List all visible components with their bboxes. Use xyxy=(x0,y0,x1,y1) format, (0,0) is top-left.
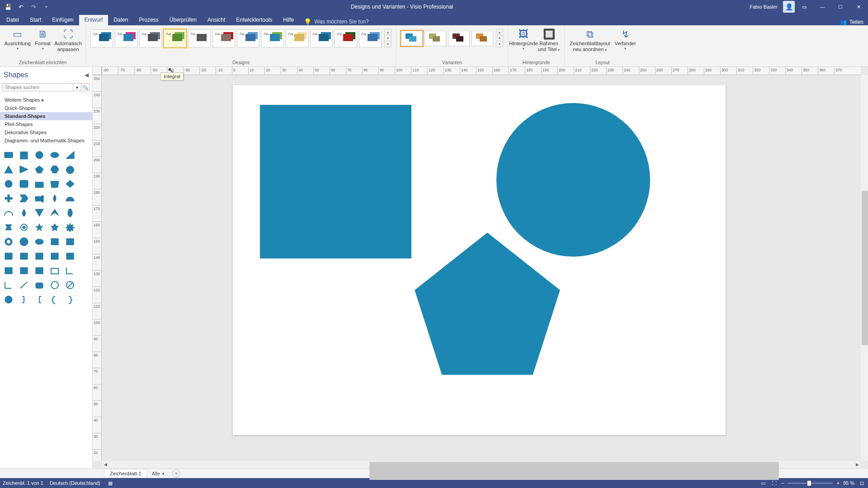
tab-start[interactable]: Start xyxy=(24,15,47,25)
shape-palette-item[interactable] xyxy=(49,164,61,174)
shape-palette-item[interactable] xyxy=(18,295,30,305)
orientation-button[interactable]: ▭ Ausrichtung ▾ xyxy=(5,27,30,51)
shape-palette-item[interactable] xyxy=(64,179,76,189)
shape-palette-item[interactable] xyxy=(49,222,61,232)
qat-dropdown-icon[interactable]: ▾ xyxy=(41,1,52,12)
shape-palette-item[interactable] xyxy=(18,164,30,174)
shape-square[interactable] xyxy=(260,105,411,258)
shape-palette-item[interactable] xyxy=(33,280,45,290)
shape-palette-item[interactable] xyxy=(3,179,14,189)
scroll-left-icon[interactable]: ◀ xyxy=(102,461,109,468)
design-thumb-0[interactable]: Aa xyxy=(90,29,113,47)
sheet-all-button[interactable]: Alle ▲ xyxy=(147,469,170,478)
new-sheet-button[interactable]: + xyxy=(172,469,180,478)
shape-palette-item[interactable] xyxy=(64,222,76,232)
undo-icon[interactable]: ↶ xyxy=(15,1,26,12)
design-thumb-8[interactable]: Aa xyxy=(286,29,308,47)
design-thumb-1[interactable]: Aa xyxy=(115,29,137,47)
shape-palette-item[interactable] xyxy=(3,150,14,160)
gallery-spinner[interactable]: ▴▾▾ xyxy=(384,29,392,47)
shape-palette-item[interactable] xyxy=(3,164,14,174)
tab-einfuegen[interactable]: Einfügen xyxy=(47,15,79,25)
design-thumb-7[interactable]: Aa xyxy=(261,29,284,47)
shape-palette-item[interactable] xyxy=(64,237,76,247)
design-thumb-9[interactable]: Aa xyxy=(310,29,333,47)
shape-palette-item[interactable] xyxy=(18,208,30,218)
shape-palette-item[interactable] xyxy=(64,208,76,218)
ribbon-options-icon[interactable]: ▭ xyxy=(796,0,813,14)
shape-palette-item[interactable] xyxy=(33,193,45,203)
shape-palette-item[interactable] xyxy=(18,222,30,232)
tab-datei[interactable]: Datei xyxy=(1,15,24,25)
shape-palette-item[interactable] xyxy=(3,237,14,247)
zoom-in-button[interactable]: + xyxy=(836,480,839,486)
tab-entwicklertools[interactable]: Entwicklertools xyxy=(231,15,278,25)
variant-thumb-1[interactable] xyxy=(425,31,446,46)
shape-palette-item[interactable] xyxy=(64,164,76,174)
connector-button[interactable]: ↯ Verbinder ▾ xyxy=(613,27,638,51)
variant-thumb-3[interactable] xyxy=(472,31,493,46)
shape-palette-item[interactable] xyxy=(18,251,30,261)
shape-palette-item[interactable] xyxy=(33,179,45,189)
shape-palette-item[interactable] xyxy=(3,295,14,305)
minimize-icon[interactable]: — xyxy=(814,0,831,14)
shape-palette-item[interactable] xyxy=(49,208,61,218)
fit-page-icon[interactable]: ⛶ xyxy=(770,479,778,487)
status-language[interactable]: Deutsch (Deutschland) xyxy=(50,480,100,486)
shape-palette-item[interactable] xyxy=(3,280,14,290)
user-avatar[interactable]: 👤 xyxy=(783,1,795,13)
shape-palette-item[interactable] xyxy=(18,266,30,276)
shape-palette-item[interactable] xyxy=(49,295,61,305)
shape-palette-item[interactable] xyxy=(49,237,61,247)
scroll-thumb-v[interactable] xyxy=(862,191,868,345)
macro-record-icon[interactable]: ▦ xyxy=(107,479,114,487)
design-thumb-11[interactable]: Aa xyxy=(359,29,382,47)
zoom-slider[interactable] xyxy=(788,483,833,484)
shape-palette-item[interactable] xyxy=(64,251,76,261)
redo-icon[interactable]: ↷ xyxy=(28,1,39,12)
shape-palette-item[interactable] xyxy=(33,222,45,232)
shape-palette-item[interactable] xyxy=(33,164,45,174)
shape-palette-item[interactable] xyxy=(33,266,45,276)
maximize-icon[interactable]: ☐ xyxy=(832,0,849,14)
fit-window-icon[interactable]: ⊡ xyxy=(858,479,865,487)
share-button[interactable]: Teilen xyxy=(849,19,863,25)
zoom-knob[interactable] xyxy=(807,481,811,486)
design-thumb-4[interactable]: Aa xyxy=(188,29,211,47)
shape-palette-item[interactable] xyxy=(64,266,76,276)
zoom-out-button[interactable]: − xyxy=(781,480,784,486)
shape-palette-item[interactable] xyxy=(64,295,76,305)
tab-hilfe[interactable]: Hilfe xyxy=(278,15,299,25)
shape-palette-item[interactable] xyxy=(64,280,76,290)
shape-palette-item[interactable] xyxy=(49,251,61,261)
close-icon[interactable]: ✕ xyxy=(850,0,867,14)
tab-daten[interactable]: Daten xyxy=(108,15,133,25)
presentation-mode-icon[interactable]: ▭ xyxy=(760,479,767,487)
shape-palette-item[interactable] xyxy=(3,222,14,232)
shape-palette-item[interactable] xyxy=(18,280,30,290)
tab-entwurf[interactable]: Entwurf xyxy=(79,15,108,25)
variant-spinner[interactable]: ▴▾▾ xyxy=(496,29,503,47)
variant-thumb-0[interactable] xyxy=(401,31,423,46)
borders-button[interactable]: 🔲 Rahmen und Titel ▾ xyxy=(536,27,561,52)
shape-palette-item[interactable] xyxy=(18,237,30,247)
shapes-search-input[interactable] xyxy=(3,83,73,91)
zoom-level[interactable]: 95 % xyxy=(843,480,854,486)
tab-ansicht[interactable]: Ansicht xyxy=(202,15,231,25)
size-button[interactable]: 🗎 Format ▾ xyxy=(30,27,56,51)
shape-palette-item[interactable] xyxy=(33,208,45,218)
scrollbar-vertical[interactable] xyxy=(861,75,868,461)
shape-palette-item[interactable] xyxy=(3,266,14,276)
shape-palette-item[interactable] xyxy=(33,251,45,261)
stencil-item[interactable]: Dekorative Shapes xyxy=(0,128,92,136)
tell-me-search[interactable]: 💡 Was möchten Sie tun? xyxy=(299,18,373,25)
drawing-page[interactable] xyxy=(233,85,726,435)
shape-palette-item[interactable] xyxy=(33,150,45,160)
tab-prozess[interactable]: Prozess xyxy=(133,15,164,25)
shape-palette-item[interactable] xyxy=(3,208,14,218)
scrollbar-horizontal[interactable]: ◀ ▶ xyxy=(102,461,861,468)
save-icon[interactable]: 💾 xyxy=(3,1,14,12)
shape-palette-item[interactable] xyxy=(33,295,45,305)
stencil-item[interactable]: Pfeil-Shapes xyxy=(0,120,92,128)
user-name[interactable]: Fabio Basler xyxy=(750,4,779,9)
